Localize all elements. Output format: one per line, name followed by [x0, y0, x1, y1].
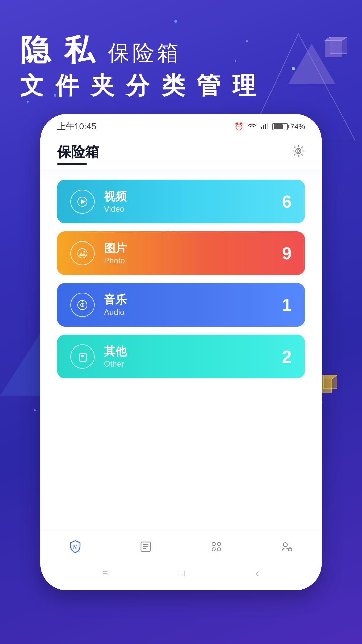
other-count: 2: [282, 346, 292, 367]
other-name-cn: 其他: [104, 344, 127, 358]
photo-name-en: Photo: [104, 256, 127, 265]
video-name-cn: 视频: [104, 190, 127, 203]
wifi-icon: [247, 122, 257, 131]
svg-marker-4: [325, 37, 347, 40]
svg-point-36: [289, 548, 291, 549]
svg-point-30: [212, 542, 215, 546]
video-count: 6: [282, 192, 292, 212]
nav-user[interactable]: [273, 537, 301, 560]
svg-rect-24: [80, 353, 86, 361]
svg-rect-11: [263, 125, 264, 129]
app-title-wrap: 保险箱: [57, 143, 99, 165]
back-button[interactable]: ‹: [255, 566, 259, 580]
audio-name-en: Audio: [104, 308, 127, 317]
photo-icon-wrap: [70, 241, 95, 265]
user-icon: [279, 539, 294, 557]
svg-text:M: M: [73, 544, 77, 550]
photo-info: 图片 Photo: [104, 241, 127, 266]
svg-point-33: [217, 548, 221, 551]
nav-apps[interactable]: [202, 537, 230, 560]
audio-name-cn: 音乐: [104, 293, 127, 307]
photo-name-cn: 图片: [104, 241, 127, 255]
system-nav: ≡ □ ‹: [40, 563, 322, 584]
tagline-line1: 隐 私 保险箱: [20, 34, 258, 67]
video-info: 视频 Video: [104, 190, 127, 214]
video-name-en: Video: [104, 204, 127, 214]
audio-count: 1: [282, 295, 292, 315]
other-icon-wrap: [70, 344, 95, 369]
svg-point-22: [82, 304, 83, 306]
nav-safe[interactable]: M: [61, 537, 89, 560]
category-list: 视频 Video 6 图片 Photo 9: [40, 170, 322, 388]
svg-rect-13: [267, 123, 268, 129]
category-photo[interactable]: 图片 Photo 9: [57, 231, 305, 275]
other-name-en: Other: [104, 359, 127, 369]
svg-marker-1: [288, 44, 335, 84]
signal-icon: [261, 122, 268, 131]
category-audio[interactable]: 音乐 Audio 1: [57, 283, 305, 327]
svg-marker-17: [81, 199, 86, 204]
video-icon-wrap: [70, 190, 95, 214]
status-time: 上午10:45: [57, 121, 96, 132]
audio-info: 音乐 Audio: [104, 293, 127, 317]
tagline-line2: 文 件 夹 分 类 管 理: [20, 70, 258, 102]
list-icon: [138, 539, 153, 557]
status-icons: ⏰ 74%: [234, 122, 305, 131]
title-underline: [57, 163, 87, 165]
svg-point-14: [297, 150, 300, 152]
status-bar: 上午10:45 ⏰: [40, 114, 322, 136]
battery-percent: 74%: [290, 122, 305, 131]
battery-indicator: 74%: [272, 122, 305, 131]
phone-mockup: 上午10:45 ⏰: [40, 114, 322, 590]
svg-rect-10: [261, 127, 262, 129]
svg-point-31: [217, 542, 221, 546]
alarm-icon: ⏰: [234, 122, 243, 131]
svg-rect-2: [325, 40, 342, 57]
apps-icon: [209, 539, 224, 557]
page-title: 保险箱: [57, 143, 99, 161]
svg-point-18: [78, 249, 87, 258]
app-header: 保险箱: [40, 136, 322, 170]
home-button[interactable]: □: [179, 568, 185, 579]
app-tagline: 隐 私 保险箱 文 件 夹 分 类 管 理: [20, 34, 258, 102]
safe-icon: M: [68, 539, 83, 557]
svg-rect-7: [323, 375, 337, 388]
audio-icon-wrap: [70, 293, 95, 317]
svg-point-32: [212, 548, 215, 551]
other-info: 其他 Other: [104, 344, 127, 369]
svg-point-19: [84, 251, 85, 253]
bottom-nav: M: [40, 530, 322, 564]
settings-button[interactable]: [292, 144, 305, 161]
svg-rect-3: [330, 37, 347, 54]
svg-point-15: [296, 148, 301, 154]
photo-count: 9: [282, 243, 292, 263]
svg-rect-12: [265, 124, 266, 129]
category-video[interactable]: 视频 Video 6: [57, 180, 305, 223]
menu-button[interactable]: ≡: [103, 568, 108, 579]
category-other[interactable]: 其他 Other 2: [57, 335, 305, 378]
svg-point-34: [283, 543, 287, 547]
nav-list[interactable]: [132, 537, 160, 560]
